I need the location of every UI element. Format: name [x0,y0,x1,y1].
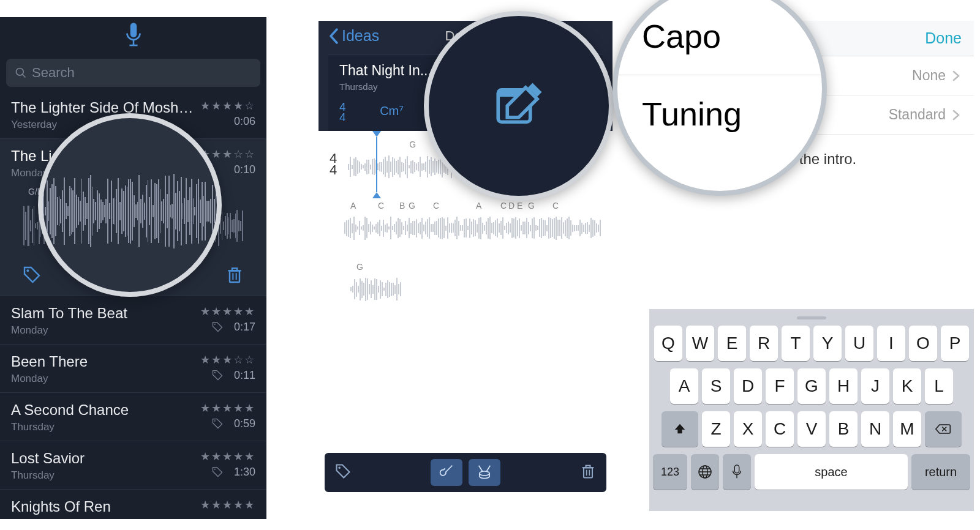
item-rating[interactable]: ★★★★☆ [200,99,255,113]
chord-marker: C [500,201,507,211]
key-label[interactable]: Cm⁷ [380,104,404,118]
item-duration: 0:11 [234,369,255,382]
svg-marker-17 [372,192,381,198]
key-p[interactable]: P [941,326,969,361]
chord-marker: G [528,201,535,211]
svg-point-5 [26,269,29,272]
space-key[interactable]: space [755,454,908,490]
key-a[interactable]: A [670,368,698,404]
key-g[interactable]: G [797,368,826,404]
key-y[interactable]: Y [813,326,842,361]
item-rating[interactable]: ★★★★★ [200,450,255,463]
globe-key[interactable] [691,454,719,490]
magnifier-compose [424,11,614,201]
key-l[interactable]: L [925,368,953,404]
item-title: Knights Of Ren [11,498,195,515]
ios-keyboard[interactable]: QWERTYUIOP ASDFGHJKL ZXCVBNM 123 space r… [649,309,974,511]
key-o[interactable]: O [909,326,937,361]
drums-button[interactable] [469,459,500,486]
item-title: Lost Savior [11,450,195,467]
svg-rect-10 [232,268,237,271]
key-z[interactable]: Z [702,411,730,447]
item-duration: 1:30 [234,466,255,479]
chord-marker: D [508,201,514,211]
idea-item[interactable]: Lost Savior Thursday ★★★★★ 1:30 [0,441,266,490]
guitar-button[interactable] [431,459,462,486]
back-button[interactable]: Ideas [328,27,379,45]
tuning-value: Standard [889,106,946,123]
idea-item[interactable]: A Second Chance Thursday ★★★★★ 0:59 [0,393,266,441]
backspace-icon [935,423,951,435]
key-f[interactable]: F [766,368,794,404]
key-v[interactable]: V [797,411,826,447]
key-s[interactable]: S [702,368,730,404]
search-placeholder: Search [32,65,75,81]
trash-button[interactable] [225,265,244,287]
key-d[interactable]: D [734,368,762,404]
idea-item[interactable]: Been There Monday ★★★☆☆ 0:11 [0,345,266,393]
item-rating[interactable]: ★★★☆☆ [200,353,255,367]
time-signature-label: 44 [330,153,337,176]
item-rating[interactable]: ★★★★★ [200,305,255,318]
tag-icon [211,417,224,432]
key-t[interactable]: T [782,326,810,361]
time-signature[interactable]: 44 [339,102,346,122]
svg-rect-20 [584,468,592,477]
numbers-key[interactable]: 123 [653,454,687,490]
key-e[interactable]: E [718,326,746,361]
idea-item[interactable]: Slam To The Beat Monday ★★★★★ 0:17 [0,296,266,345]
svg-line-4 [23,75,26,78]
item-rating[interactable]: ★★★★★ [200,401,255,415]
record-button[interactable] [0,17,266,55]
dictation-key[interactable] [723,454,751,490]
key-r[interactable]: R [750,326,778,361]
key-u[interactable]: U [845,326,873,361]
chord-marker: G [356,262,363,272]
key-b[interactable]: B [829,411,858,447]
mic-icon [731,465,743,479]
key-m[interactable]: M [893,411,921,447]
key-j[interactable]: J [861,368,889,404]
key-i[interactable]: I [877,326,905,361]
tag-button[interactable] [22,265,42,287]
trash-button[interactable] [579,463,597,482]
key-c[interactable]: C [766,411,794,447]
search-icon [15,67,27,79]
capo-value: None [912,67,946,84]
backspace-key[interactable] [925,411,962,447]
svg-point-3 [17,69,24,76]
chord-marker: B [399,201,405,211]
idea-item[interactable]: Knights Of Ren ★★★★★ [0,490,266,519]
tag-icon [211,321,224,335]
key-h[interactable]: H [829,368,858,404]
svg-point-18 [338,466,341,469]
chord-marker: C [433,201,439,211]
chord-marker: C [378,201,384,211]
chord-marker: E [517,201,522,211]
mic-icon [123,22,144,48]
waveform-row[interactable]: G [330,266,601,308]
svg-rect-0 [130,23,137,37]
waveform-row[interactable]: ACBGCACDEGC [330,204,601,247]
key-n[interactable]: N [861,411,889,447]
key-x[interactable]: X [734,411,762,447]
playhead[interactable] [372,131,381,201]
chord-marker: G [409,140,416,149]
shift-key[interactable] [662,411,698,447]
item-duration: 0:59 [234,417,255,430]
compose-icon [491,78,546,133]
item-duration: 0:10 [234,163,255,176]
return-key[interactable]: return [911,454,970,490]
chord-marker: A [350,201,356,211]
svg-marker-15 [372,131,381,137]
item-rating[interactable]: ★★★★★ [200,498,255,512]
tuning-label: Tuning [617,75,822,152]
key-w[interactable]: W [686,326,714,361]
done-button[interactable]: Done [925,29,962,47]
key-k[interactable]: K [893,368,921,404]
guitar-icon [438,463,455,480]
key-q[interactable]: Q [654,326,682,361]
tag-button[interactable] [334,463,352,482]
search-input[interactable]: Search [6,59,260,87]
globe-icon [698,465,712,479]
